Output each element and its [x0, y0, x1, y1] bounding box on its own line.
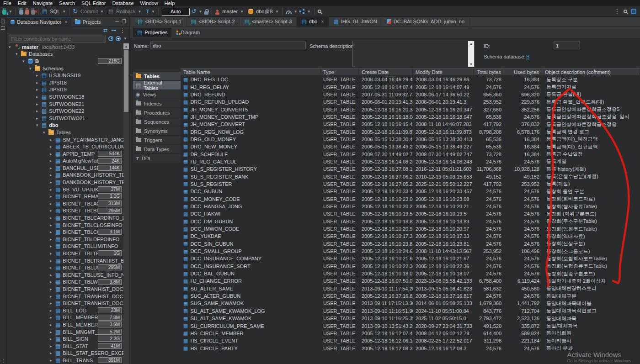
expander-icon[interactable]: ▾ — [43, 130, 48, 135]
toolbar-overflow-icon[interactable]: ⋮ — [614, 8, 620, 15]
expander-icon[interactable]: ▾ — [9, 45, 14, 49]
chevron-down-icon[interactable]: ▼ — [123, 37, 127, 41]
column-header-used-bytes[interactable]: Used bytes — [504, 69, 542, 75]
tab-projects[interactable]: Projects — [71, 17, 105, 27]
new-connection-icon[interactable] — [2, 10, 6, 15]
menu-item[interactable]: Search — [56, 0, 78, 6]
chevron-down-icon[interactable]: ▼ — [62, 10, 66, 14]
tree-item[interactable]: ▸ BICNET_TBLDEPOINFO — [7, 236, 123, 243]
close-icon[interactable]: × — [64, 19, 67, 25]
chevron-down-icon[interactable]: ▼ — [240, 10, 244, 14]
close-icon[interactable]: × — [321, 19, 324, 24]
expander-icon[interactable]: ▸ — [50, 208, 55, 213]
expander-icon[interactable]: ▸ — [50, 216, 55, 220]
expander-icon[interactable]: ▾ — [29, 66, 35, 71]
recent-connections-icon[interactable] — [108, 36, 113, 41]
chevron-down-icon[interactable]: ▼ — [138, 10, 141, 14]
table-row[interactable]: DRG_REFUND USER_TABLE 2007-05-31 11:09:3… — [181, 91, 640, 98]
table-row[interactable]: SU_S_REGISTER_BANK USER_TABLE 2005-12-18… — [181, 173, 640, 180]
chevron-down-icon[interactable]: ▼ — [307, 10, 311, 14]
expander-icon[interactable]: ▸ — [50, 273, 55, 277]
textarea-scrollbar[interactable]: ▲▼ — [468, 41, 474, 67]
sql-editor-button[interactable]: SQL — [50, 9, 60, 14]
table-row[interactable]: DRG_REG_NOW_LOG USER_TABLE 2005-12-18 16… — [181, 128, 640, 135]
object-panel-item[interactable]: Triggers — [133, 136, 181, 145]
tree-item[interactable]: ▸ SUTWOONE18 — [7, 93, 123, 100]
expander-icon[interactable]: ▸ — [50, 258, 55, 263]
scroll-up-icon[interactable]: ▲ — [123, 43, 129, 49]
expander-icon[interactable]: ▸ — [50, 322, 55, 327]
chevron-down-icon[interactable]: ▼ — [294, 10, 298, 14]
editor-tab[interactable]: DC_BALSONG_ADD_jumin_no — [382, 16, 469, 26]
tree-item[interactable]: ▸ BICNET_TBLBILLINFO 295M — [7, 207, 123, 215]
connect-icon[interactable] — [19, 10, 23, 15]
table-row[interactable]: SU_CURRICULUM_PRE_SAME USER_TABLE 2013-0… — [181, 322, 640, 329]
expander-icon[interactable]: ▾ — [16, 52, 21, 56]
restore-panel-icon[interactable] — [1, 26, 5, 30]
object-panel-item[interactable]: Views — [133, 90, 181, 99]
expander-icon[interactable]: ▸ — [50, 287, 55, 291]
expander-icon[interactable]: ▸ — [50, 244, 55, 248]
perspective-icon[interactable] — [631, 9, 636, 14]
expander-icon[interactable]: ▸ — [36, 116, 42, 121]
column-header-type[interactable]: Type — [320, 69, 359, 75]
table-row[interactable]: DRG_REFUND_UPLOAD USER_TABLE 2006-06-01 … — [181, 98, 640, 106]
table-row[interactable]: SU_S_REGISTER USER_TABLE 2005-12-18 16:3… — [181, 180, 640, 188]
tree-item[interactable]: ▸ BILL_TRANS 391M — [7, 357, 123, 364]
expander-icon[interactable]: ▸ — [50, 308, 55, 313]
editor-tab[interactable]: <BIDB> Script-1 — [133, 16, 187, 26]
menu-item[interactable]: File — [0, 0, 15, 6]
tree-item[interactable]: ▸ BILL_MNGMT_ORDR 5.2M — [7, 328, 123, 336]
expander-icon[interactable]: ▸ — [50, 237, 55, 242]
table-row[interactable]: DCC_BAL_GUBUN USER_TABLE 2005-12-18 16:1… — [181, 270, 640, 277]
tree-item[interactable]: ▸ BICNET_TBLCARDINFO_ERPBACK — [7, 214, 123, 222]
menu-item[interactable]: Edit — [15, 0, 30, 6]
sql-editor-icon[interactable]: ▤ — [42, 9, 47, 14]
tree-item[interactable]: ▸ BILL_SIGN 2.3G — [7, 335, 123, 343]
table-row[interactable]: JH_MONEY_CONVERT USER_TABLE 2005-12-18 1… — [181, 121, 640, 128]
table-row[interactable]: DRG_OLD_MONEY USER_TABLE 2006-05-15 13:3… — [181, 136, 640, 143]
table-row[interactable]: SUC_ALTER_GUBUN USER_TABLE 2005-12-18 16… — [181, 292, 640, 300]
table-row[interactable]: DRG_NEW_MONEY USER_TABLE 2006-05-15 13:3… — [181, 143, 640, 150]
table-row[interactable]: HJ_REG_DELAY USER_TABLE 2005-12-18 16:14… — [181, 83, 640, 90]
tree-item[interactable]: ▸ BILL_STAT 41M — [7, 343, 123, 350]
object-panel-item[interactable]: Indexes — [133, 99, 181, 108]
column-header-total-bytes[interactable]: Total bytes — [474, 69, 504, 75]
tree-item[interactable]: ▾ Tables — [7, 129, 123, 136]
id-field[interactable] — [554, 42, 580, 49]
table-row[interactable]: HS_CIRCLE_EVENT USER_TABLE 2005-12-18 16… — [181, 337, 640, 344]
menu-item[interactable]: Window — [137, 0, 161, 6]
tree-item[interactable]: ▸ BICNET_TBLLIMITINFO — [7, 243, 123, 250]
tree-item[interactable]: ▸ BICNET_TBLTRANHIST_BAK20250 — [7, 257, 123, 264]
table-row[interactable]: HS_CIRCLE_MEMBER USER_TABLE 2005-12-18 1… — [181, 330, 640, 337]
expander-icon[interactable]: ▸ — [50, 223, 55, 227]
sort-indicator-icon[interactable]: ▲ — [593, 68, 597, 72]
tree-item[interactable]: ▸ BILL_MEMBER_TEST 3.6M — [7, 321, 123, 328]
table-row[interactable]: DCC_INSURANCE_COMPANY USER_TABLE 2005-12… — [181, 255, 640, 262]
expander-icon[interactable]: ▸ — [50, 301, 55, 306]
quick-search-icon[interactable] — [624, 10, 627, 13]
reconnect-icon[interactable] — [25, 10, 29, 15]
table-row[interactable]: SU_ALT_SAME_KWAMOK_LOG USER_TABLE 2013-0… — [181, 307, 640, 315]
tree-item[interactable]: ▸ BB_VU_UPJUK 37M — [7, 186, 123, 193]
expander-icon[interactable]: ▸ — [36, 80, 42, 85]
table-row[interactable]: DCC_IMWON_CODE USER_TABLE 2005-12-18 16:… — [181, 225, 640, 232]
chevron-down-icon[interactable]: ▼ — [199, 10, 203, 14]
tree-item[interactable]: ▸ AutoMigNewTable 24K — [7, 158, 123, 165]
scrollbar-thumb[interactable] — [124, 50, 128, 112]
editor-tab[interactable]: dbo × — [297, 16, 329, 26]
table-row[interactable]: DRC_REG_LOC USER_TABLE 2008-03-04 16:46:… — [181, 76, 640, 83]
expander-icon[interactable]: ▸ — [50, 337, 55, 341]
expander-icon[interactable]: ▸ — [50, 194, 55, 199]
rollback-button[interactable]: Rollback — [116, 9, 135, 14]
editor-tab[interactable]: <BIDB> Script-2 — [187, 16, 240, 26]
column-header-modify-date[interactable]: Modify Date — [413, 69, 474, 75]
object-panel-item[interactable]: External Tables — [133, 81, 181, 90]
object-panel-item[interactable]: T DDL — [133, 154, 181, 163]
tree-item[interactable]: ▸ BICNET_TBLUSE_INFO_NEW — [7, 271, 123, 279]
expander-icon[interactable]: ▸ — [50, 251, 55, 256]
tree-item[interactable]: ▸ ILSJUNGSI19 — [7, 72, 123, 79]
expander-icon[interactable]: ▸ — [50, 173, 55, 177]
column-header-create-date[interactable]: Create Date — [359, 69, 413, 75]
editor-tab[interactable]: <master> Script-3 — [240, 16, 297, 26]
